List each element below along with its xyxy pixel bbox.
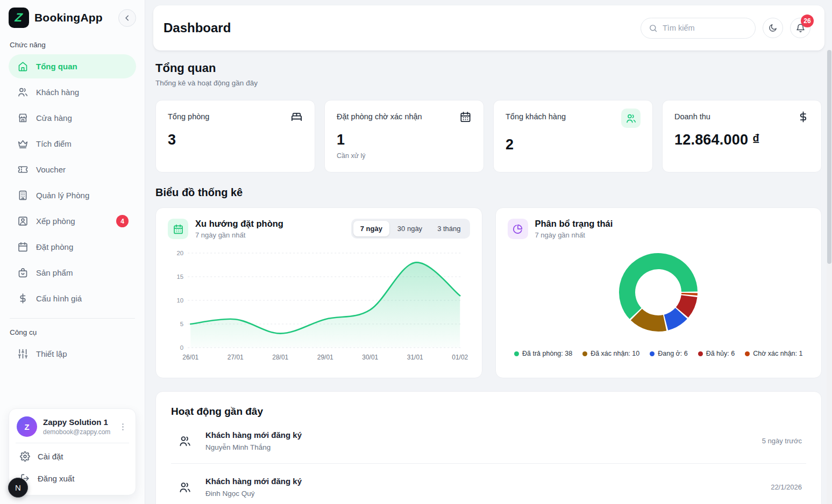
chart-title: Phân bổ trạng thái [535, 219, 613, 229]
calendar-dots-icon [173, 224, 184, 235]
avatar: Z [17, 416, 37, 437]
scrollbar-thumb[interactable] [827, 50, 831, 264]
settings-label: Cài đặt [38, 452, 63, 461]
overview-title: Tổng quan [155, 61, 822, 75]
status-donut-chart [609, 243, 707, 341]
app-logo-icon: Z [9, 8, 29, 28]
sidebar-item-dat-phong[interactable]: Đặt phòng [9, 235, 136, 259]
ticket-icon [17, 164, 29, 175]
stat-value: 3 [168, 132, 303, 148]
sidebar-item-san-pham[interactable]: Sản phẩm [9, 261, 136, 285]
sidebar-item-thiet-lap[interactable]: Thiết lập [9, 342, 136, 366]
nav-section-label-tools: Công cụ [10, 328, 136, 336]
range-option-30d[interactable]: 30 ngày [390, 221, 429, 236]
stat-label: Tổng phòng [168, 111, 209, 121]
page-title: Dashboard [163, 20, 231, 35]
stat-value: 1 [337, 132, 472, 148]
sidebar-item-tich-diem[interactable]: Tích điểm [9, 132, 136, 156]
store-icon [17, 112, 29, 124]
stat-value: 2 [506, 136, 641, 153]
search-box [641, 18, 756, 39]
sidebar-item-voucher[interactable]: Voucher [9, 157, 136, 182]
sidebar-collapse-button[interactable] [118, 9, 136, 27]
svg-text:20: 20 [176, 250, 183, 256]
activity-item-title: Khách hàng mới đăng ký [205, 430, 302, 440]
svg-text:28/01: 28/01 [272, 354, 288, 361]
stat-card-revenue: Doanh thu 12.864.000 ₫ [662, 100, 822, 172]
activity-item-subtitle: Nguyễn Minh Thắng [205, 443, 302, 451]
activity-item-title: Khách hàng mới đăng ký [205, 477, 302, 486]
crown-icon [17, 138, 29, 149]
sidebar-nav: Tổng quan Khách hàng Cửa hàng Tích điểm … [9, 54, 136, 311]
user-email: demobook@zappy.com [43, 428, 110, 436]
range-option-3m[interactable]: 3 tháng [430, 221, 467, 236]
activity-item: Khách hàng mới đăng ký Nguyễn Minh Thắng… [171, 417, 806, 463]
search-input[interactable] [663, 24, 738, 32]
stat-card-total-customers: Tổng khách hàng 2 [493, 100, 653, 172]
sidebar-item-cua-hang[interactable]: Cửa hàng [9, 106, 136, 130]
chart-title: Xu hướng đặt phòng [195, 219, 283, 229]
sidebar-item-xep-phong[interactable]: Xếp phòng 4 [9, 209, 136, 233]
users-icon [625, 113, 637, 124]
svg-text:31/01: 31/01 [407, 354, 423, 361]
legend-label: Chờ xác nhận: 1 [753, 350, 802, 357]
moon-icon [768, 23, 778, 33]
users-icon [179, 481, 191, 494]
legend-label: Đang ở: 6 [658, 350, 687, 357]
activity-item-subtitle: Đinh Ngọc Quý [205, 489, 302, 498]
calendar-dots-icon [459, 111, 472, 123]
range-option-7d[interactable]: 7 ngày [353, 221, 389, 236]
activity-item-time: 5 ngày trước [762, 437, 802, 445]
home-icon [17, 61, 29, 72]
legend-dot [745, 351, 750, 356]
logout-button[interactable]: Đăng xuất [17, 467, 128, 489]
stat-label: Đặt phòng chờ xác nhận [337, 111, 422, 121]
sidebar-item-label: Voucher [36, 165, 66, 174]
svg-text:30/01: 30/01 [362, 354, 378, 361]
shopping-bag-icon [17, 267, 29, 278]
legend-item: Đã trả phòng: 38 [514, 350, 572, 357]
sidebar-item-label: Tổng quan [36, 62, 77, 71]
legend-item: Đang ở: 6 [650, 350, 687, 357]
notifications-button[interactable]: 26 [790, 18, 810, 38]
sidebar-item-cau-hinh-gia[interactable]: Cấu hình giá [9, 286, 136, 311]
sidebar-item-label: Tích điểm [36, 139, 72, 148]
kebab-menu-icon[interactable] [118, 422, 128, 432]
building-icon [17, 190, 29, 201]
sidebar-item-label: Thiết lập [36, 349, 67, 358]
sidebar-item-khach-hang[interactable]: Khách hàng [9, 80, 136, 104]
dark-mode-toggle[interactable] [763, 18, 783, 38]
booking-trend-chart: 0510152026/0127/0128/0129/0130/0131/0101… [168, 246, 470, 365]
sidebar-item-quan-ly-phong[interactable]: Quản lý Phòng [9, 183, 136, 207]
dev-indicator-button[interactable]: N [8, 478, 28, 498]
calendar-icon [17, 241, 29, 253]
user-card: Z Zappy Solution 1 demobook@zappy.com Cà… [9, 408, 136, 495]
legend-dot [650, 351, 655, 356]
user-profile[interactable]: Z Zappy Solution 1 demobook@zappy.com [17, 416, 128, 437]
dollar-icon [797, 111, 809, 123]
settings-button[interactable]: Cài đặt [17, 445, 128, 467]
stats-grid: Tổng phòng 3 Đặt phòng chờ xác nhận 1 Cầ… [155, 100, 822, 172]
user-name: Zappy Solution 1 [43, 417, 110, 428]
recent-activity-card: Hoạt động gần đây Khách hàng mới đăng ký… [155, 391, 822, 504]
main-area: Dashboard 26 Tổng quan Thống kê và hoạt … [145, 0, 832, 504]
activity-title: Hoạt động gần đây [171, 406, 806, 417]
legend-dot [514, 351, 519, 356]
sidebar-item-label: Đặt phòng [36, 242, 73, 251]
svg-text:01/02: 01/02 [452, 354, 468, 361]
status-distribution-chart-card: Phân bổ trạng thái 7 ngày gần nhất Đã tr… [495, 207, 822, 378]
sidebar-item-tong-quan[interactable]: Tổng quan [9, 54, 136, 78]
logout-label: Đăng xuất [38, 474, 74, 483]
pie-chart-icon [512, 224, 523, 235]
scrollbar-track [827, 50, 832, 504]
sidebar-item-label: Cấu hình giá [36, 294, 82, 303]
count-badge: 4 [116, 215, 129, 227]
stat-label: Tổng khách hàng [506, 111, 566, 121]
svg-text:10: 10 [176, 297, 183, 304]
donut-legend: Đã trả phòng: 38Đã xác nhận: 10Đang ở: 6… [508, 350, 810, 357]
chart-subtitle: 7 ngày gần nhất [535, 231, 613, 239]
legend-item: Chờ xác nhận: 1 [745, 350, 802, 357]
svg-text:29/01: 29/01 [317, 354, 333, 361]
page-header: Dashboard 26 [153, 5, 824, 51]
activity-item-time: 22/1/2026 [771, 483, 802, 491]
